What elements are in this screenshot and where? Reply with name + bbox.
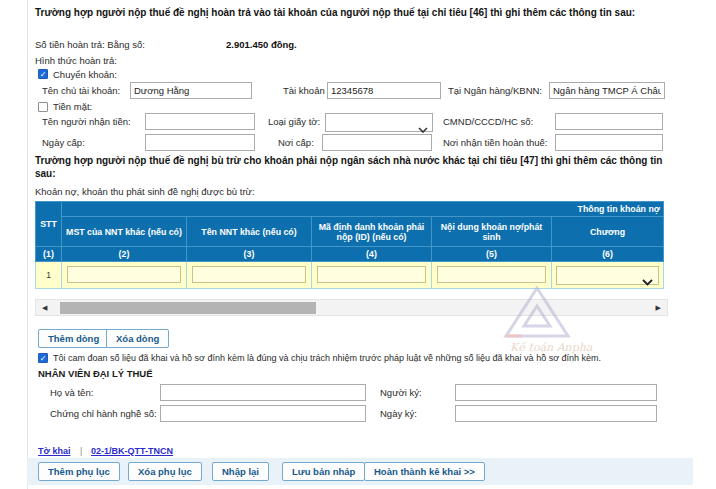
issue-place-input[interactable] bbox=[322, 134, 432, 151]
refund-place-label: Nơi nhận tiền hoàn thuế: bbox=[443, 137, 547, 148]
doc-type-label: Loại giấy tờ: bbox=[268, 116, 320, 127]
col-header-noi-dung: Nội dung khoản nợ/phát sinh bbox=[432, 217, 552, 247]
anpha-logo-watermark: Kế toán Anpha bbox=[492, 284, 602, 358]
doc-type-select[interactable] bbox=[325, 113, 433, 132]
save-draft-button[interactable]: Lưu bản nháp bbox=[282, 462, 365, 481]
transfer-checkbox[interactable]: ✓ bbox=[38, 69, 48, 79]
ma-dinh-danh-input[interactable] bbox=[317, 266, 426, 283]
link-separator: | bbox=[80, 446, 82, 456]
noi-dung-input[interactable] bbox=[437, 266, 546, 283]
account-name-input[interactable] bbox=[130, 82, 252, 99]
check-icon: ✓ bbox=[40, 354, 47, 363]
check-icon: ✓ bbox=[40, 70, 47, 79]
offset-table-caption: Khoản nợ, khoản thu phát sinh đề nghị đư… bbox=[35, 186, 255, 197]
agent-cert-input[interactable] bbox=[160, 405, 366, 422]
refund-method-label: Hình thức hoàn trả: bbox=[35, 55, 117, 66]
bank-label: Tại Ngân hàng/KBNN: bbox=[448, 85, 542, 96]
issue-date-input[interactable] bbox=[145, 134, 255, 151]
complete-declaration-button[interactable]: Hoàn thành kê khai >> bbox=[364, 462, 485, 481]
appendix-tab-link[interactable]: 02-1/BK-QTT-TNCN bbox=[91, 446, 173, 456]
delete-row-button[interactable]: Xóa dòng bbox=[106, 329, 169, 348]
id-number-label: CMND/CCCD/HC số: bbox=[443, 116, 533, 127]
row-index-cell: 1 bbox=[36, 262, 62, 289]
col-num-1: (1) bbox=[36, 247, 62, 262]
refund-amount-label: Số tiền hoàn trả: Bằng số: bbox=[35, 39, 145, 50]
table-group-header: Thông tin khoản nợ bbox=[62, 202, 664, 217]
mst-input[interactable] bbox=[67, 266, 181, 283]
col-num-6: (6) bbox=[552, 247, 664, 262]
signer-input[interactable] bbox=[455, 384, 657, 401]
scroll-right-icon[interactable]: ▶ bbox=[656, 304, 661, 312]
issue-date-label: Ngày cấp: bbox=[42, 137, 85, 148]
cash-checkbox[interactable] bbox=[38, 102, 48, 112]
tax-form-page: Trường hợp người nộp thuế đề nghị hoàn t… bbox=[0, 0, 716, 489]
account-number-input[interactable] bbox=[327, 82, 441, 99]
col-header-ten-nnt: Tên NNT khác (nếu có) bbox=[187, 217, 312, 247]
debt-table: STT Thông tin khoản nợ MST của NNT khác … bbox=[35, 201, 668, 289]
table-horizontal-scrollbar[interactable]: ◀ ▶ bbox=[35, 299, 668, 316]
col-num-5: (5) bbox=[432, 247, 552, 262]
col-header-chuong: Chương bbox=[552, 217, 664, 247]
delete-appendix-button[interactable]: Xóa phụ lục bbox=[128, 462, 202, 481]
issue-place-label: Nơi cấp: bbox=[278, 137, 314, 148]
col-header-ma-dinh-danh: Mã định danh khoản phải nộp (ID) (nếu có… bbox=[312, 217, 432, 247]
sign-date-label: Ngày ký: bbox=[380, 408, 417, 419]
agent-name-input[interactable] bbox=[160, 384, 366, 401]
agent-name-label: Họ và tên: bbox=[50, 387, 93, 398]
col-num-3: (3) bbox=[187, 247, 312, 262]
left-border-line bbox=[27, 0, 28, 489]
offset-section-heading: Trường hợp người nộp thuế đề nghị bù trừ… bbox=[35, 154, 675, 180]
receiver-name-label: Tên người nhận tiền: bbox=[42, 116, 131, 127]
agent-cert-label: Chứng chỉ hành nghề số: bbox=[50, 408, 157, 419]
refund-amount-value: 2.901.450 đồng. bbox=[226, 39, 297, 50]
ten-nnt-input[interactable] bbox=[192, 266, 306, 283]
col-header-mst: MST của NNT khác (nếu có) bbox=[62, 217, 187, 247]
transfer-checkbox-label: Chuyển khoản: bbox=[53, 69, 117, 80]
chevron-down-icon bbox=[642, 272, 653, 290]
agent-section-heading: NHÂN VIÊN ĐẠI LÝ THUẾ bbox=[38, 368, 153, 379]
declaration-text: Tôi cam đoan số liệu đã khai và hồ sơ đí… bbox=[53, 353, 703, 364]
bank-input[interactable] bbox=[549, 82, 665, 99]
signer-label: Người ký: bbox=[380, 387, 422, 398]
scrollbar-thumb[interactable] bbox=[60, 302, 316, 314]
receiver-name-input[interactable] bbox=[145, 113, 255, 130]
cash-checkbox-label: Tiền mặt: bbox=[53, 101, 92, 112]
add-appendix-button[interactable]: Thêm phụ lục bbox=[38, 462, 120, 481]
id-number-input[interactable] bbox=[555, 113, 663, 130]
chuong-select[interactable] bbox=[556, 266, 659, 285]
reset-button[interactable]: Nhập lại bbox=[212, 462, 269, 481]
sign-date-input[interactable] bbox=[455, 405, 657, 422]
declaration-checkbox[interactable]: ✓ bbox=[38, 353, 48, 363]
col-num-4: (4) bbox=[312, 247, 432, 262]
table-row: 1 bbox=[36, 262, 664, 289]
col-num-2: (2) bbox=[62, 247, 187, 262]
scroll-left-icon[interactable]: ◀ bbox=[42, 304, 47, 312]
refund-section-heading: Trường hợp người nộp thuế đề nghị hoàn t… bbox=[35, 6, 690, 19]
add-row-button[interactable]: Thêm dòng bbox=[38, 329, 109, 348]
account-name-label: Tên chủ tài khoản: bbox=[42, 85, 120, 96]
col-header-stt: STT bbox=[36, 202, 62, 247]
refund-place-input[interactable] bbox=[555, 134, 663, 151]
declaration-tab-link[interactable]: Tờ khai bbox=[38, 446, 70, 456]
